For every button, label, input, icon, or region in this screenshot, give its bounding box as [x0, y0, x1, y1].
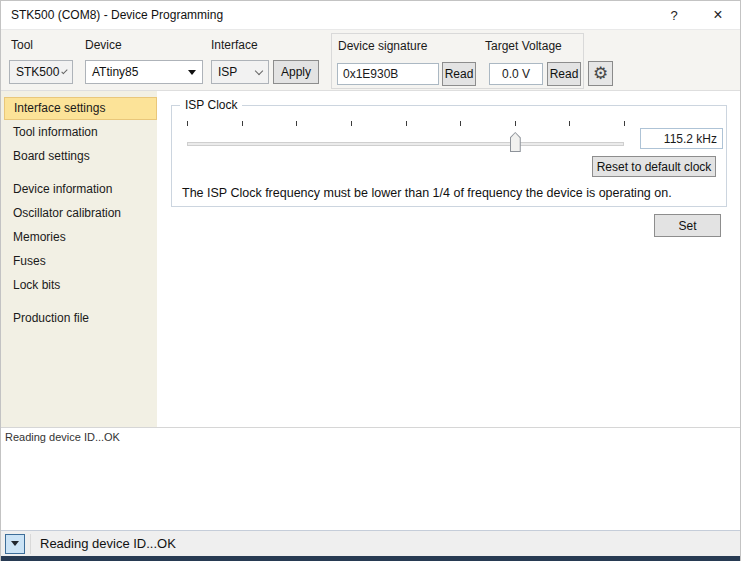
gear-icon: ⚙ — [593, 65, 608, 82]
status-dropdown-button[interactable] — [5, 534, 25, 554]
set-button[interactable]: Set — [654, 214, 721, 237]
sidebar-item-oscillator-calibration[interactable]: Oscillator calibration — [1, 202, 157, 225]
tick-mark — [515, 121, 516, 126]
clock-value-field[interactable]: 115.2 kHz — [640, 128, 723, 149]
bottom-accent-strip — [1, 556, 740, 561]
sidebar-item-interface-settings[interactable]: Interface settings — [4, 97, 157, 120]
sidebar-item-fuses[interactable]: Fuses — [1, 250, 157, 273]
tick-mark — [460, 121, 461, 126]
log-area[interactable]: Reading device ID...OK — [1, 428, 740, 530]
sidebar-item-lock-bits[interactable]: Lock bits — [1, 274, 157, 297]
interface-label: Interface — [211, 38, 258, 52]
device-signature-field[interactable]: 0x1E930B — [337, 63, 439, 85]
slider-thumb[interactable] — [510, 132, 521, 152]
window-controls: ? × — [652, 1, 740, 29]
dialog-body: Interface settingsTool informationBoard … — [1, 91, 740, 428]
sidebar-item-board-settings[interactable]: Board settings — [1, 145, 157, 168]
close-button[interactable]: × — [696, 1, 740, 29]
title-bar: STK500 (COM8) - Device Programming ? × — [1, 1, 740, 29]
status-separator — [30, 534, 31, 554]
apply-button[interactable]: Apply — [273, 60, 319, 84]
isp-clock-legend: ISP Clock — [180, 98, 242, 112]
settings-button[interactable]: ⚙ — [588, 61, 613, 86]
device-select-value: ATtiny85 — [92, 65, 182, 79]
slider-track[interactable] — [187, 142, 624, 146]
chevron-down-icon — [255, 66, 263, 74]
target-voltage-field[interactable]: 0.0 V — [489, 63, 543, 85]
help-button[interactable]: ? — [652, 1, 696, 29]
status-text: Reading device ID...OK — [40, 536, 176, 551]
isp-clock-note: The ISP Clock frequency must be lower th… — [182, 186, 672, 200]
target-voltage-value: 0.0 V — [502, 67, 530, 81]
reset-clock-button[interactable]: Reset to default clock — [592, 156, 716, 177]
device-signature-label: Device signature — [338, 39, 427, 53]
device-signature-value: 0x1E930B — [343, 67, 398, 81]
interface-select[interactable]: ISP — [211, 60, 269, 84]
read-signature-button[interactable]: Read — [442, 62, 476, 86]
triangle-down-icon — [11, 541, 19, 546]
chevron-down-icon — [62, 67, 68, 73]
log-line: Reading device ID...OK — [5, 431, 736, 443]
status-bar: Reading device ID...OK — [1, 530, 740, 556]
sidebar-item-production-file[interactable]: Production file — [1, 307, 157, 330]
tick-mark — [242, 121, 243, 126]
signature-voltage-group: Device signature 0x1E930B Read Target Vo… — [331, 33, 584, 89]
tick-mark — [406, 121, 407, 126]
device-label: Device — [85, 38, 122, 52]
tool-select[interactable]: STK500 — [9, 60, 73, 84]
tool-select-value: STK500 — [16, 65, 59, 79]
device-programming-dialog: STK500 (COM8) - Device Programming ? × T… — [0, 0, 741, 561]
isp-clock-groupbox: ISP Clock 115.2 kHz Reset to default clo… — [171, 105, 727, 207]
target-voltage-label: Target Voltage — [485, 39, 562, 53]
interface-select-value: ISP — [218, 65, 252, 79]
window-title: STK500 (COM8) - Device Programming — [1, 8, 223, 22]
triangle-down-icon — [188, 70, 196, 75]
clock-value: 115.2 kHz — [664, 132, 717, 146]
slider-ticks — [187, 121, 624, 127]
tick-mark — [569, 121, 570, 126]
tick-mark — [351, 121, 352, 126]
tick-mark — [624, 121, 625, 126]
sidebar-item-tool-information[interactable]: Tool information — [1, 121, 157, 144]
sidebar-item-device-information[interactable]: Device information — [1, 178, 157, 201]
toolbar: Tool STK500 Device ATtiny85 Interface IS… — [1, 29, 740, 91]
sidebar-item-memories[interactable]: Memories — [1, 226, 157, 249]
tick-mark — [296, 121, 297, 126]
tick-mark — [187, 121, 188, 126]
main-panel: ISP Clock 115.2 kHz Reset to default clo… — [157, 91, 740, 427]
sidebar: Interface settingsTool informationBoard … — [1, 91, 157, 427]
tool-label: Tool — [11, 38, 33, 52]
read-voltage-button[interactable]: Read — [547, 62, 581, 86]
device-select[interactable]: ATtiny85 — [85, 60, 203, 84]
